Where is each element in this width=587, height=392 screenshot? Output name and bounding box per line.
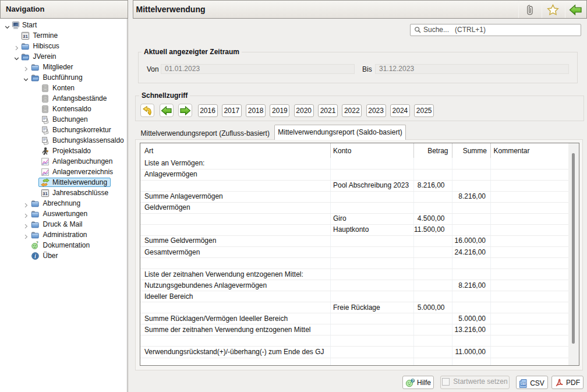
svg-text:31: 31 [23, 34, 28, 39]
svg-text:CSV: CSV [521, 383, 526, 386]
svg-text:i: i [34, 253, 36, 259]
svg-text:?: ? [36, 241, 38, 246]
svg-text:?: ? [412, 379, 414, 383]
svg-text:31: 31 [43, 191, 48, 196]
